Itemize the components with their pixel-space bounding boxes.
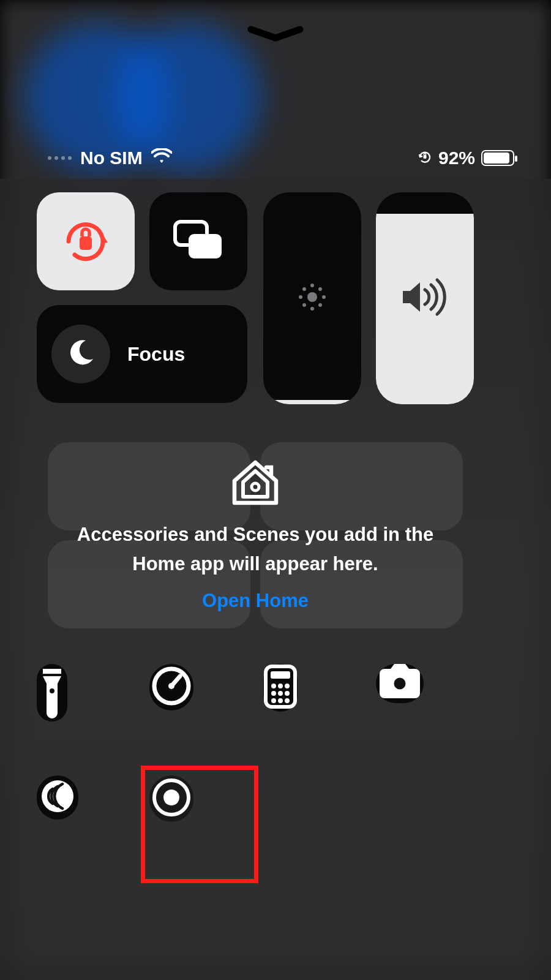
svg-point-27 — [278, 698, 283, 703]
camera-icon — [376, 664, 424, 703]
svg-point-12 — [320, 304, 321, 306]
svg-point-10 — [320, 288, 321, 290]
svg-point-15 — [50, 688, 54, 693]
svg-rect-3 — [189, 234, 222, 258]
timer-icon — [149, 664, 193, 710]
screen-record-button[interactable] — [149, 775, 193, 822]
svg-rect-0 — [423, 155, 426, 159]
svg-point-24 — [278, 691, 283, 696]
svg-point-20 — [271, 684, 276, 688]
svg-point-6 — [312, 308, 313, 310]
carrier-label: No SIM — [80, 148, 143, 168]
focus-label: Focus — [127, 343, 185, 366]
home-accessories-card[interactable]: Accessories and Scenes you add in the Ho… — [37, 431, 474, 639]
svg-point-17 — [168, 683, 174, 689]
focus-button[interactable]: Focus — [37, 305, 247, 403]
svg-point-23 — [271, 691, 276, 696]
nfc-tag-reader-button[interactable] — [37, 775, 78, 820]
calculator-button[interactable] — [263, 664, 298, 712]
svg-point-9 — [304, 288, 305, 290]
timer-button[interactable] — [149, 664, 193, 710]
svg-point-11 — [304, 304, 305, 306]
moon-icon — [65, 337, 97, 371]
svg-point-13 — [252, 483, 259, 491]
wifi-icon — [151, 148, 172, 168]
speaker-icon — [399, 277, 451, 319]
volume-slider[interactable] — [376, 192, 474, 404]
svg-point-7 — [300, 296, 302, 298]
flashlight-icon — [37, 664, 67, 722]
svg-point-33 — [163, 790, 179, 805]
status-bar: No SIM 92% — [0, 143, 551, 173]
svg-point-26 — [271, 698, 276, 703]
svg-point-25 — [285, 691, 290, 696]
flashlight-button[interactable] — [37, 664, 67, 722]
svg-point-21 — [278, 684, 283, 688]
screen-mirroring-icon — [171, 218, 225, 265]
svg-rect-19 — [271, 671, 290, 679]
home-icon — [230, 459, 281, 509]
brightness-slider[interactable] — [263, 192, 361, 404]
svg-point-5 — [312, 285, 313, 287]
control-center-grabber[interactable] — [245, 26, 306, 45]
cellular-signal-dots — [48, 156, 72, 160]
svg-point-22 — [285, 684, 290, 688]
screen-record-icon — [149, 775, 193, 822]
svg-point-28 — [285, 698, 290, 703]
open-home-link[interactable]: Open Home — [202, 590, 309, 612]
control-center-panel: Focus Accessories and — [0, 179, 551, 980]
screen-mirroring-button[interactable] — [149, 192, 247, 290]
rotation-lock-status-icon — [418, 148, 432, 168]
battery-percentage: 92% — [438, 148, 475, 168]
camera-button[interactable] — [376, 664, 424, 703]
orientation-lock-button[interactable] — [37, 192, 135, 290]
brightness-icon — [294, 279, 330, 317]
battery-icon — [481, 150, 514, 166]
svg-point-8 — [323, 296, 325, 298]
svg-rect-14 — [43, 674, 61, 676]
svg-point-4 — [307, 292, 317, 302]
nfc-tag-reader-icon — [37, 775, 78, 820]
calculator-icon — [263, 664, 298, 712]
orientation-lock-icon — [60, 214, 111, 268]
home-empty-message: Accessories and Scenes you add in the Ho… — [58, 520, 453, 579]
svg-rect-1 — [80, 236, 92, 250]
